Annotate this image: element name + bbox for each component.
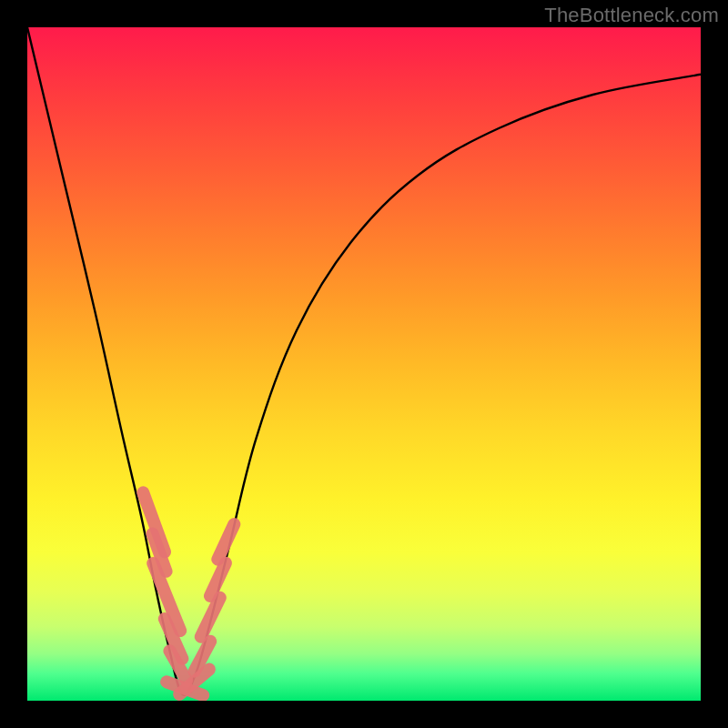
watermark-text: TheBottleneck.com [544,4,719,27]
marker-pill-10 [217,524,234,560]
marker-pill-9 [210,563,226,596]
bottleneck-curve [27,27,701,695]
marker-pill-8 [201,598,220,637]
chart-svg [27,27,701,701]
chart-frame: TheBottleneck.com [0,0,728,728]
plot-area [27,27,701,701]
